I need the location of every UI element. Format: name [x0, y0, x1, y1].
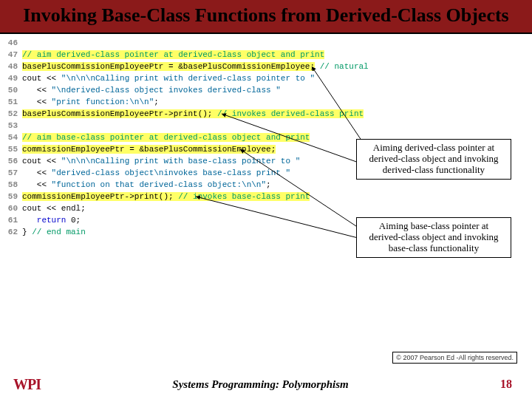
page-number: 18	[480, 378, 532, 391]
code-listing: Aiming derived-class pointer at derived-…	[0, 34, 532, 239]
code-line: 48basePlusCommissionEmployeePtr = &baseP…	[4, 61, 528, 72]
callout-base: Aiming base-class pointer at derived-cla…	[356, 217, 511, 258]
code-line: 60cout << endl;	[4, 202, 528, 214]
footer-title: Systems Programming: Polymorphism	[41, 378, 480, 391]
callout-derived: Aiming derived-class pointer at derived-…	[356, 139, 511, 180]
code-line: 46	[4, 37, 528, 49]
slide-footer: WPI Systems Programming: Polymorphism 18	[0, 369, 532, 399]
code-line: 59commissionEmployeePtr->print(); // inv…	[4, 191, 528, 202]
slide-title: Invoking Base-Class Functions from Deriv…	[7, 4, 525, 27]
code-line: 49cout << "\n\n\nCalling print with deri…	[4, 72, 528, 84]
code-line: 58 << "function on that derived-class ob…	[4, 179, 528, 191]
slide-header: Invoking Base-Class Functions from Deriv…	[0, 0, 532, 34]
wpi-logo: WPI	[13, 376, 41, 393]
copyright-notice: © 2007 Pearson Ed -All rights reserved.	[392, 352, 517, 364]
code-line: 53	[4, 120, 528, 132]
code-line: 47// aim derived-class pointer at derive…	[4, 49, 528, 61]
code-line: 50 << "\nderived-class object invokes de…	[4, 84, 528, 96]
code-line: 51 << "print function:\n\n";	[4, 96, 528, 108]
code-line: 52basePlusCommissionEmployeePtr->print()…	[4, 108, 528, 120]
